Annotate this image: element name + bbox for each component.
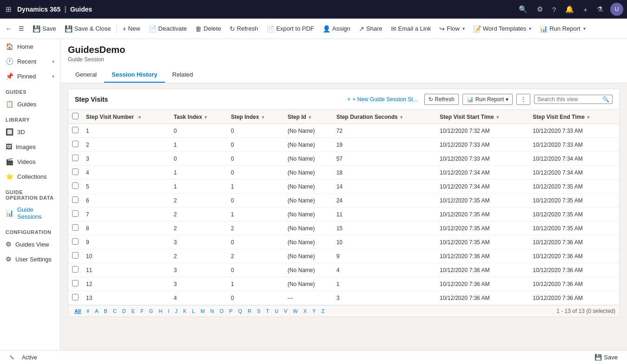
add-nav-icon[interactable]: + [581,4,589,15]
row-checkbox[interactable] [72,294,79,300]
search-input[interactable] [537,96,602,103]
cell-step-id[interactable]: (No Name) [284,221,333,235]
row-checkbox[interactable] [72,210,79,217]
deactivate-button[interactable]: 📄 Deactivate [145,23,191,34]
page-letter[interactable]: I [165,307,172,315]
sidebar-item-collections[interactable]: ⭐ Collections [0,169,60,184]
cell-step-id[interactable]: (No Name) [284,152,333,166]
page-letter[interactable]: O [218,307,226,315]
refresh-button[interactable]: ↻ Refresh [226,23,262,34]
delete-button[interactable]: 🗑 Delete [191,23,225,34]
sidebar-item-pinned[interactable]: 📌 Pinned ▾ [0,69,60,84]
new-button[interactable]: + New [119,23,144,34]
save-close-button[interactable]: 💾 Save & Close [61,23,115,34]
page-letter[interactable]: C [111,307,119,315]
row-checkbox[interactable] [72,182,79,189]
filter-nav-icon[interactable]: ⚗ [595,3,605,15]
page-letter[interactable]: K [181,307,189,315]
tab-general[interactable]: General [68,67,104,83]
settings-nav-icon[interactable]: ⚙ [535,3,545,15]
cell-step-id[interactable]: (No Name) [284,249,333,263]
sidebar-item-guides[interactable]: 📋 Guides [0,97,60,111]
page-letter[interactable]: T [264,307,271,315]
page-letter[interactable]: Z [319,307,327,315]
row-checkbox[interactable] [72,127,79,133]
save-button[interactable]: 💾 Save [29,23,60,34]
sidebar-item-videos[interactable]: 🎬 Videos [0,154,60,169]
tab-related[interactable]: Related [165,67,201,83]
cell-step-id[interactable]: --- [284,291,333,305]
col-step-visit-number[interactable]: Step Visit Number ↑▾ [82,110,170,124]
sidebar-item-home[interactable]: 🏠 Home [0,39,60,54]
page-letter[interactable]: Q [236,307,244,315]
row-checkbox[interactable] [72,280,79,286]
page-letter[interactable]: S [255,307,263,315]
cell-step-id[interactable]: (No Name) [284,194,333,208]
select-all-checkbox[interactable] [72,113,79,119]
page-letter[interactable]: E [129,307,137,315]
cell-step-id[interactable]: (No Name) [284,235,333,249]
row-checkbox[interactable] [72,266,79,273]
page-letter[interactable]: V [282,307,290,315]
page-letter[interactable]: H [156,307,165,315]
page-letter[interactable]: P [227,307,235,315]
sidebar-toggle-button[interactable]: ☰ [15,23,28,34]
apps-menu-icon[interactable]: ⊞ [4,3,13,15]
col-step-index[interactable]: Step Index ▾ [227,110,284,124]
run-report-button[interactable]: 📊 Run Report ▾ [536,23,589,34]
row-checkbox[interactable] [72,252,79,259]
row-checkbox[interactable] [72,155,79,161]
help-nav-icon[interactable]: ? [550,4,558,15]
back-button[interactable]: ← [4,23,14,34]
page-letter[interactable]: F [138,307,146,315]
page-letter[interactable]: G [147,307,156,315]
page-letter[interactable]: L [190,307,197,315]
share-button[interactable]: ↗ Share [355,23,386,34]
page-letter[interactable]: Y [310,307,318,315]
col-step-duration[interactable]: Step Duration Seconds ▾ [333,110,436,124]
page-letter[interactable]: R [245,307,254,315]
page-letter[interactable]: J [172,307,180,315]
sidebar-item-user-settings[interactable]: ⚙ User Settings [0,252,60,266]
page-letter[interactable]: X [301,307,309,315]
cell-step-id[interactable]: (No Name) [284,208,333,221]
page-letter[interactable]: N [208,307,217,315]
tab-session-history[interactable]: Session History [104,67,165,83]
row-checkbox[interactable] [72,196,79,203]
cell-step-id[interactable]: (No Name) [284,277,333,291]
page-letter[interactable]: W [290,307,300,315]
cell-step-id[interactable]: (No Name) [284,138,333,152]
sidebar-item-guide-sessions[interactable]: 📊 Guide Sessions [0,202,60,224]
row-checkbox[interactable] [72,224,79,231]
col-task-index[interactable]: Task Index ▾ [170,110,227,124]
row-checkbox[interactable] [72,141,79,147]
section-run-report-button[interactable]: 📊 Run Report ▾ [462,94,513,105]
page-letter[interactable]: A [92,307,100,315]
sidebar-item-3d[interactable]: 🔲 3D [0,124,60,139]
section-more-options-button[interactable]: ⋮ [516,94,530,105]
col-end-time[interactable]: Step Visit End Time ▾ [529,110,619,124]
email-link-button[interactable]: ✉ Email a Link [387,23,435,34]
assign-button[interactable]: 👤 Assign [319,23,354,34]
cell-step-id[interactable]: (No Name) [284,263,333,277]
page-letter[interactable]: D [120,307,128,315]
row-checkbox[interactable] [72,238,79,245]
flow-button[interactable]: ↪ Flow ▾ [436,23,468,34]
avatar[interactable]: U [610,3,623,16]
new-guide-session-button[interactable]: + + New Guide Session St... [344,94,420,104]
sidebar-item-guides-view[interactable]: ⚙ Guides View [0,237,60,252]
section-refresh-button[interactable]: ↻ Refresh [424,94,459,105]
cell-step-id[interactable]: (No Name) [284,180,333,194]
page-letter[interactable]: M [198,307,207,315]
word-templates-button[interactable]: 📝 Word Templates ▾ [469,23,535,34]
col-step-id[interactable]: Step Id ▾ [284,110,333,124]
cell-step-id[interactable]: (No Name) [284,166,333,180]
notifications-nav-icon[interactable]: 🔔 [563,3,576,15]
col-start-time[interactable]: Step Visit Start Time ▾ [436,110,529,124]
page-letter[interactable]: U [272,307,281,315]
search-nav-icon[interactable]: 🔍 [517,3,529,15]
page-letter[interactable]: All [72,307,83,315]
export-pdf-button[interactable]: 📄 Export to PDF [263,23,318,34]
expand-button[interactable]: ⤡ [6,352,18,363]
status-save-button[interactable]: 💾 Save [591,352,621,363]
